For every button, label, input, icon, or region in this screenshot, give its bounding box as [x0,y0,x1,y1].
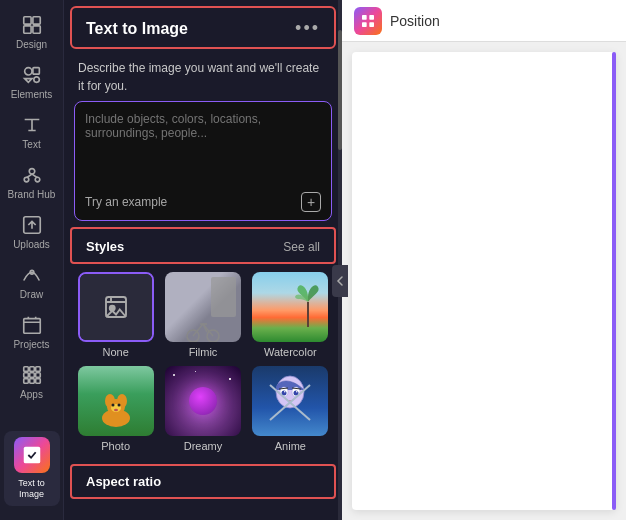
prompt-textarea-wrapper: Try an example + [74,101,332,221]
svg-point-7 [29,169,35,175]
sidebar-item-apps[interactable]: Apps [4,358,60,406]
aspect-ratio-label: Aspect ratio [86,474,161,489]
svg-rect-50 [369,22,374,27]
style-item-dreamy[interactable]: Dreamy [163,366,242,452]
svg-rect-1 [32,17,39,24]
style-thumb-anime [252,366,328,436]
svg-rect-18 [23,373,28,378]
sidebar-item-brand-hub-label: Brand Hub [8,189,56,200]
projects-icon [21,314,43,336]
sidebar-item-brand-hub[interactable]: Brand Hub [4,158,60,206]
panel-description: Describe the image you want and we'll cr… [64,49,342,101]
style-thumb-watercolor [252,272,328,342]
styles-section-title: Styles [86,239,124,254]
position-svg-icon [360,13,376,29]
sidebar-item-text-label: Text [22,139,40,150]
svg-rect-6 [33,77,39,83]
svg-rect-0 [23,17,30,24]
style-thumb-none [78,272,154,342]
aspect-ratio-section: Aspect ratio [70,464,336,499]
sidebar-item-projects-label: Projects [13,339,49,350]
style-thumb-dreamy [165,366,241,436]
svg-rect-23 [35,379,40,384]
panel-title: Text to Image [86,20,188,38]
try-example-button[interactable]: Try an example + [75,186,331,220]
svg-rect-2 [23,26,30,33]
svg-rect-16 [29,367,34,372]
text-to-image-icon [14,437,50,473]
styles-header: Styles See all [70,227,336,264]
svg-rect-47 [362,15,367,20]
elements-icon [21,64,43,86]
style-label-watercolor: Watercolor [264,346,317,358]
svg-point-42 [296,391,298,393]
svg-point-8 [24,177,29,182]
sidebar-item-text-to-image-label: Text to Image [8,478,56,500]
panel-collapse-handle[interactable] [332,265,348,297]
uploads-icon [21,214,43,236]
svg-rect-49 [362,22,367,27]
sidebar-bottom: Text to Image [0,425,63,512]
svg-rect-3 [32,26,39,33]
svg-point-9 [35,177,40,182]
svg-rect-20 [35,373,40,378]
prompt-textarea[interactable] [75,102,331,182]
canvas-topbar: Position [342,0,626,42]
canvas-content [342,42,626,520]
style-item-watercolor[interactable]: Watercolor [251,272,330,358]
sidebar-item-elements-label: Elements [11,89,53,100]
text-to-image-panel: Text to Image ••• Describe the image you… [64,0,342,520]
sidebar: Design Elements Text Brand Hub U [0,0,64,520]
canvas-right-indicator [612,52,616,510]
svg-line-11 [32,174,38,178]
style-item-none[interactable]: None [76,272,155,358]
svg-point-35 [114,409,118,411]
style-thumb-photo [78,366,154,436]
text-icon [21,114,43,136]
style-label-anime: Anime [275,440,306,452]
svg-line-10 [26,174,32,178]
svg-point-41 [284,391,286,393]
svg-rect-14 [23,319,40,334]
svg-rect-19 [29,373,34,378]
svg-rect-22 [29,379,34,384]
style-label-photo: Photo [101,440,130,452]
canvas-topbar-title: Position [390,13,440,29]
svg-point-33 [111,404,114,407]
style-item-filmic[interactable]: Filmic [163,272,242,358]
sidebar-item-text-to-image[interactable]: Text to Image [4,431,60,506]
style-label-dreamy: Dreamy [184,440,223,452]
try-example-label: Try an example [85,195,167,209]
svg-rect-17 [35,367,40,372]
style-label-none: None [103,346,129,358]
try-example-plus-icon: + [301,192,321,212]
canvas-area: Position [342,0,626,520]
sidebar-item-uploads[interactable]: Uploads [4,208,60,256]
sidebar-item-draw[interactable]: Draw [4,258,60,306]
style-item-photo[interactable]: Photo [76,366,155,452]
canvas-white-area [352,52,616,510]
style-label-filmic: Filmic [189,346,218,358]
svg-rect-48 [369,15,374,20]
sidebar-item-projects[interactable]: Projects [4,308,60,356]
sidebar-item-text[interactable]: Text [4,108,60,156]
style-thumb-filmic [165,272,241,342]
style-item-anime[interactable]: Anime [251,366,330,452]
styles-grid: None [64,264,342,460]
panel-more-button[interactable]: ••• [295,18,320,39]
apps-icon [21,364,43,386]
sidebar-item-design-label: Design [16,39,47,50]
svg-rect-5 [32,68,38,74]
sidebar-item-draw-label: Draw [20,289,43,300]
svg-point-4 [24,68,31,75]
sidebar-item-design[interactable]: Design [4,8,60,56]
brand-hub-icon [21,164,43,186]
position-icon [354,7,382,35]
panel-header: Text to Image ••• [70,6,336,49]
svg-point-34 [117,404,120,407]
sidebar-item-apps-label: Apps [20,389,43,400]
draw-icon [21,264,43,286]
sidebar-item-elements[interactable]: Elements [4,58,60,106]
design-icon [21,14,43,36]
see-all-button[interactable]: See all [283,240,320,254]
